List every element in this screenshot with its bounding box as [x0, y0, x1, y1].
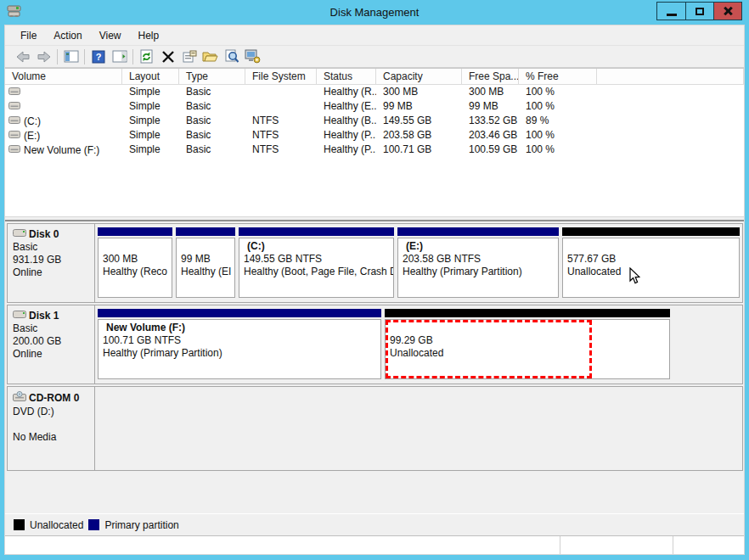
disk-0-label[interactable]: Disk 0 Basic 931.19 GB Online [8, 224, 95, 302]
menu-view[interactable]: View [91, 27, 130, 44]
find-button[interactable] [221, 47, 242, 66]
partition-new-volume-f[interactable]: New Volume (F:) 100.71 GB NTFS Healthy (… [98, 309, 381, 379]
disk-kind: Basic [13, 241, 89, 254]
volume-icon [8, 144, 20, 156]
disk-kind: DVD (D:) [13, 406, 89, 418]
menu-bar: File Action View Help [5, 25, 744, 45]
maximize-button[interactable] [685, 3, 713, 20]
help-button[interactable]: ? [87, 47, 109, 66]
cell-status: Healthy (P... [317, 128, 376, 143]
disk-name: Disk 1 [29, 310, 59, 322]
partition-c[interactable]: (C:) 149.55 GB NTFS Healthy (Boot, Page … [239, 227, 394, 298]
toolbar: ? [5, 45, 744, 68]
partition-status: Healthy (Primary Partition) [403, 266, 554, 278]
computer-settings-button[interactable] [242, 47, 263, 66]
column-header-capacity[interactable]: Capacity [376, 69, 462, 85]
minimize-button[interactable] [657, 3, 685, 20]
partition-e[interactable]: (E:) 203.58 GB NTFS Healthy (Primary Par… [397, 227, 559, 298]
volume-icon [8, 87, 20, 98]
cell-file-system: NTFS [245, 114, 317, 128]
volume-row-recovery[interactable]: Simple Basic Healthy (R... 300 MB 300 MB… [5, 85, 744, 99]
primary-partition-bar [176, 227, 235, 236]
cell-free-space: 133.52 GB [462, 114, 519, 128]
cell-capacity: 203.58 GB [376, 128, 462, 143]
toolbar-separator [132, 49, 133, 64]
cdrom-0-label[interactable]: CD-ROM 0 DVD (D:) No Media [8, 387, 95, 470]
properties-button[interactable] [178, 47, 200, 66]
volume-row-f[interactable]: New Volume (F:) Simple Basic NTFS Health… [5, 143, 744, 157]
refresh-button[interactable] [136, 47, 157, 66]
disk-size: 931.19 GB [13, 254, 89, 266]
partition-recovery[interactable]: 300 MB Healthy (Reco [98, 227, 172, 298]
maximize-icon [696, 8, 704, 15]
cell-type: Basic [179, 114, 245, 128]
cell-free-space: 99 MB [462, 99, 519, 114]
cell-pct-free: 100 % [519, 99, 597, 114]
close-button[interactable] [713, 3, 741, 20]
column-header-pct-free[interactable]: % Free [519, 69, 597, 85]
menu-file[interactable]: File [12, 27, 45, 44]
partition-efi[interactable]: 99 MB Healthy (EI [176, 227, 235, 298]
column-header-type[interactable]: Type [179, 69, 245, 85]
disk-icon [13, 228, 26, 241]
unallocated-disk1-selected[interactable]: 99.29 GB Unallocated [385, 309, 670, 379]
action-pane-button[interactable] [109, 47, 130, 66]
back-icon [15, 50, 31, 64]
column-header-layout[interactable]: Layout [122, 69, 179, 85]
forward-button[interactable] [33, 47, 54, 66]
column-header-volume[interactable]: Volume [5, 69, 122, 85]
toolbar-separator [84, 49, 85, 64]
legend-bar: Unallocated Primary partition [5, 513, 744, 535]
partition-status: Healthy (EI [181, 266, 230, 278]
volume-list: Volume Layout Type File System Status Ca… [5, 68, 744, 216]
back-button[interactable] [12, 47, 33, 66]
partition-size: 99 MB [181, 253, 230, 266]
partition-size: 577.67 GB [567, 253, 735, 266]
disk-1-graph: New Volume (F:) 100.71 GB NTFS Healthy (… [95, 305, 742, 384]
menu-action[interactable]: Action [45, 27, 90, 44]
cell-capacity: 100.71 GB [376, 143, 462, 157]
title-bar[interactable]: Disk Management [0, 0, 749, 25]
unallocated-disk0[interactable]: 577.67 GB Unallocated [562, 227, 740, 298]
column-header-file-system[interactable]: File System [245, 69, 317, 85]
column-header-free-space[interactable]: Free Spa... [462, 69, 519, 85]
partition-status: Unallocated [567, 266, 735, 278]
delete-button[interactable] [157, 47, 178, 66]
partition-status: Healthy (Primary Partition) [103, 347, 376, 360]
volume-icon [8, 130, 20, 142]
open-button[interactable] [200, 47, 221, 66]
disk-name: Disk 0 [29, 228, 59, 241]
cell-status: Healthy (E... [317, 99, 376, 114]
cell-layout: Simple [122, 143, 179, 157]
minimize-icon [667, 14, 677, 16]
cell-file-system: NTFS [245, 128, 317, 143]
partition-status: Healthy (Reco [103, 266, 167, 278]
primary-partition-bar [98, 309, 381, 317]
volume-row-c[interactable]: (C:) Simple Basic NTFS Healthy (B... 149… [5, 114, 744, 128]
disk-1-label[interactable]: Disk 1 Basic 200.00 GB Online [8, 305, 95, 384]
action-pane-icon [112, 50, 127, 63]
status-bar [5, 535, 744, 554]
disk-status: Online [13, 266, 89, 279]
volume-row-e[interactable]: (E:) Simple Basic NTFS Healthy (P... 203… [5, 128, 744, 143]
volume-row-efi[interactable]: Simple Basic Healthy (E... 99 MB 99 MB 1… [5, 99, 744, 114]
console-tree-button[interactable] [60, 47, 82, 66]
disk-status: No Media [13, 431, 89, 444]
cell-file-system: NTFS [245, 143, 317, 157]
column-header-status[interactable]: Status [317, 69, 376, 85]
legend-label: Unallocated [30, 519, 83, 531]
cell-capacity: 149.55 GB [376, 114, 462, 128]
cell-type: Basic [179, 143, 245, 157]
cell-status: Healthy (B... [317, 114, 376, 128]
open-icon [202, 50, 218, 63]
partition-size: 100.71 GB NTFS [103, 334, 376, 347]
primary-partition-bar [239, 227, 394, 236]
menu-help[interactable]: Help [130, 27, 168, 44]
legend-unallocated: Unallocated [14, 519, 83, 531]
cdrom-0-row: CD-ROM 0 DVD (D:) No Media [7, 386, 743, 471]
status-segment [5, 536, 560, 554]
cell-capacity: 300 MB [376, 85, 462, 99]
status-segment [673, 536, 744, 554]
refresh-icon [139, 49, 154, 64]
cell-free-space: 300 MB [462, 85, 519, 99]
